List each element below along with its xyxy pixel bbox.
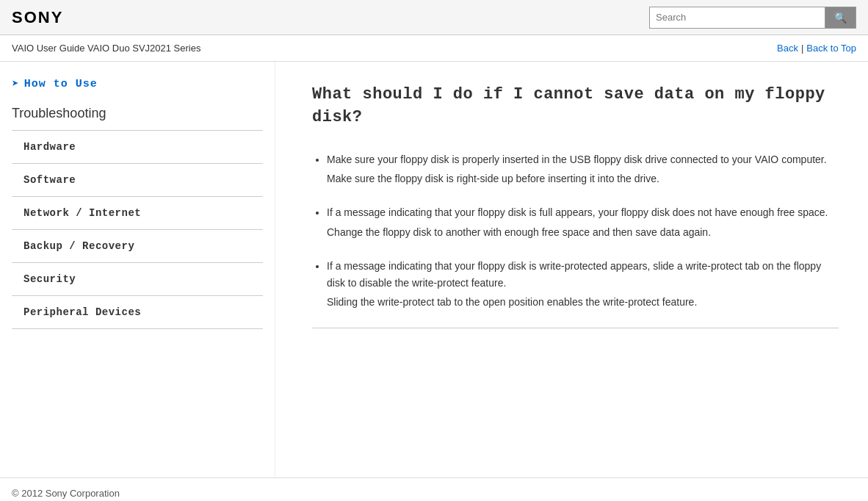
bullet-main-3: If a message indicating that your floppy… <box>327 260 821 288</box>
list-item: If a message indicating that your floppy… <box>327 204 839 240</box>
search-area: 🔍 <box>649 7 856 29</box>
page-heading: What should I do if I cannot save data o… <box>312 84 839 129</box>
chevron-right-icon: ➤ <box>12 76 20 91</box>
content-list: Make sure your floppy disk is properly i… <box>312 151 839 311</box>
how-to-use-text: How to Use <box>24 78 98 90</box>
content-area: What should I do if I cannot save data o… <box>275 62 868 477</box>
top-header: SONY 🔍 <box>0 0 868 35</box>
back-link[interactable]: Back <box>777 43 798 54</box>
sony-logo: SONY <box>12 8 63 27</box>
breadcrumb-nav: Back | Back to Top <box>777 43 856 54</box>
sidebar-item-backup-recovery[interactable]: Backup / Recovery <box>12 230 263 263</box>
list-item: Make sure your floppy disk is properly i… <box>327 151 839 187</box>
sidebar: ➤ How to Use Troubleshooting Hardware So… <box>0 62 275 477</box>
footer: © 2012 Sony Corporation <box>0 477 868 501</box>
bullet-main-2: If a message indicating that your floppy… <box>327 206 828 218</box>
bullet-sub-3: Sliding the write-protect tab to the ope… <box>327 294 839 310</box>
bullet-sub-1: Make sure the floppy disk is right-side … <box>327 170 839 187</box>
breadcrumb-title: VAIO User Guide VAIO Duo SVJ2021 Series <box>12 43 200 54</box>
section-title: Troubleshooting <box>12 106 263 124</box>
breadcrumb-bar: VAIO User Guide VAIO Duo SVJ2021 Series … <box>0 35 868 62</box>
content-divider <box>312 328 839 328</box>
search-icon: 🔍 <box>834 12 847 24</box>
sidebar-item-peripheral-devices[interactable]: Peripheral Devices <box>12 296 263 329</box>
search-input[interactable] <box>649 7 825 29</box>
sidebar-item-network-internet[interactable]: Network / Internet <box>12 197 263 230</box>
list-item: If a message indicating that your floppy… <box>327 258 839 310</box>
bullet-sub-2: Change the floppy disk to another with e… <box>327 224 839 240</box>
bullet-main-1: Make sure your floppy disk is properly i… <box>327 154 827 165</box>
breadcrumb-separator: | <box>801 43 803 54</box>
how-to-use-label: ➤ How to Use <box>12 76 263 91</box>
copyright-text: © 2012 Sony Corporation <box>12 488 120 499</box>
back-to-top-link[interactable]: Back to Top <box>806 43 856 54</box>
sidebar-item-hardware[interactable]: Hardware <box>12 131 263 164</box>
search-button[interactable]: 🔍 <box>825 7 856 29</box>
sidebar-item-security[interactable]: Security <box>12 263 263 296</box>
main-layout: ➤ How to Use Troubleshooting Hardware So… <box>0 62 868 477</box>
sidebar-item-software[interactable]: Software <box>12 164 263 197</box>
